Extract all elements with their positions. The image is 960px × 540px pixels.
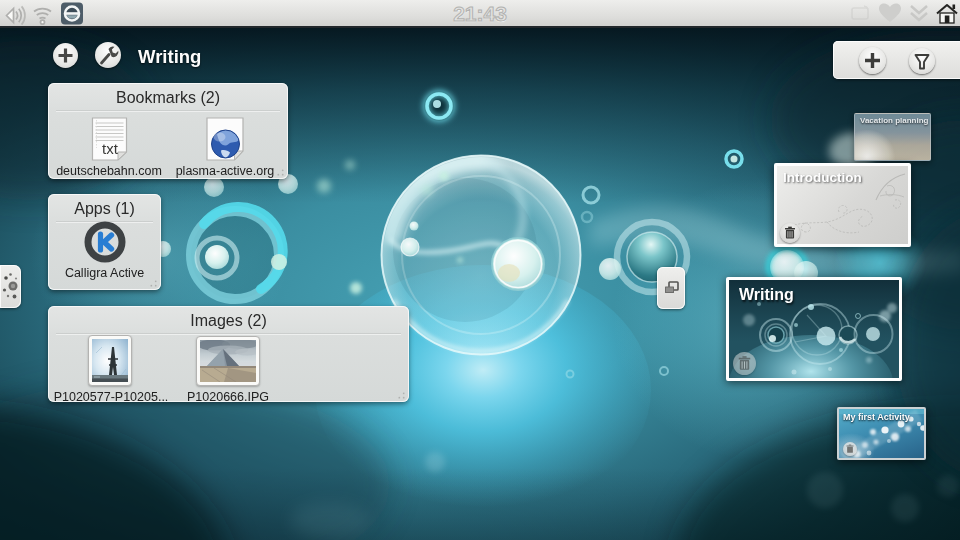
svg-text:txt: txt xyxy=(102,140,119,157)
